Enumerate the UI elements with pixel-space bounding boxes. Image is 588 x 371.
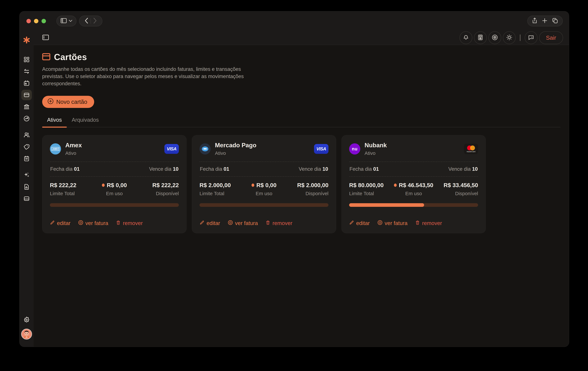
edit-card-link[interactable]: editar [349, 220, 370, 226]
remove-card-link[interactable]: remover [415, 220, 442, 226]
app-window: Sair Cartões Acompanhe todas os cartões … [20, 11, 569, 347]
logout-button[interactable]: Sair [539, 31, 563, 44]
close-day: Fecha dia 01 [349, 166, 379, 172]
notifications-button[interactable] [460, 31, 472, 44]
remove-card-link[interactable]: remover [265, 220, 292, 226]
chevron-down-icon [69, 20, 72, 22]
user-avatar[interactable] [21, 329, 32, 340]
used-value: R$ 0,00 [102, 182, 127, 188]
limit-progress [200, 203, 328, 207]
available-value: R$ 2.000,00 [297, 182, 328, 188]
card-mercado-pago: Mercado Pago Ativo VISA Fecha dia 01 Ven… [192, 135, 336, 233]
card-name: Nubank [365, 142, 387, 149]
sidebar-item-transactions[interactable] [21, 66, 32, 77]
copy-icon[interactable] [552, 18, 558, 24]
card-avatar [200, 143, 211, 155]
sidebar-item-reports[interactable] [21, 182, 32, 192]
limit-value: R$ 222,22 [50, 182, 76, 188]
privacy-button[interactable] [488, 31, 501, 44]
new-card-label: Novo cartão [56, 99, 87, 105]
pencil-icon [200, 220, 204, 226]
window-actions [527, 16, 563, 26]
trash-icon [265, 220, 270, 226]
nav-divider [91, 18, 91, 24]
tab-ativos[interactable]: Ativos [42, 117, 67, 127]
sidebar-item-dashboard[interactable] [21, 54, 32, 65]
forward-icon[interactable] [93, 18, 97, 24]
sidebar-item-tags[interactable] [21, 142, 32, 152]
remove-card-link[interactable]: remover [116, 220, 143, 226]
calculator-button[interactable] [474, 31, 487, 44]
traffic-lights [26, 19, 46, 23]
calculator-icon [478, 34, 483, 41]
pencil-icon [349, 220, 354, 226]
panel-icon[interactable] [42, 35, 49, 41]
sidebar-item-users[interactable] [21, 130, 32, 140]
tab-arquivados[interactable]: Arquivados [67, 117, 104, 127]
plus-circle-icon [47, 98, 54, 106]
status-badge: Ativo [365, 150, 387, 156]
edit-card-link[interactable]: editar [200, 220, 220, 226]
sidebar-rail [20, 31, 34, 347]
theme-button[interactable] [503, 31, 516, 44]
sidebar-item-cards[interactable] [21, 90, 32, 100]
close-window-button[interactable] [26, 19, 31, 23]
new-card-button[interactable]: Novo cartão [42, 96, 94, 108]
cards-list: AMEX Amex Ativo VISA Fecha dia 01 Vence … [42, 135, 560, 233]
visa-badge: VISA [164, 144, 179, 154]
card-amex: AMEX Amex Ativo VISA Fecha dia 01 Vence … [42, 135, 187, 233]
target-icon [78, 220, 83, 227]
chat-icon [528, 34, 534, 41]
sidebar-item-investments[interactable] [21, 113, 32, 124]
feedback-button[interactable] [525, 31, 537, 44]
sidebar-item-bank[interactable] [21, 102, 32, 112]
page-content: Cartões Acompanhe todas os cartões do mê… [34, 45, 569, 347]
trash-icon [415, 220, 420, 226]
sidebar-item-notes[interactable] [21, 153, 32, 164]
available-value: R$ 33.456,50 [444, 182, 478, 188]
back-icon[interactable] [85, 18, 88, 24]
limit-progress [50, 203, 179, 207]
minimize-window-button[interactable] [34, 19, 38, 23]
card-name: Mercado Pago [215, 142, 256, 149]
card-avatar: nu [349, 143, 360, 155]
used-dot [102, 184, 105, 187]
due-day: Vence dia 10 [448, 166, 478, 172]
history-nav [79, 16, 102, 26]
zoom-window-button[interactable] [42, 19, 46, 23]
titlebar [20, 11, 569, 31]
bell-icon [463, 34, 469, 41]
edit-card-link[interactable]: editar [50, 220, 71, 226]
sidebar-item-calendar[interactable] [21, 78, 32, 88]
app-header: Sair [34, 31, 569, 45]
used-dot [252, 184, 254, 187]
status-badge: Ativo [65, 150, 82, 156]
sidebar-item-subscriptions[interactable] [21, 193, 32, 204]
page-title: Cartões [54, 52, 87, 62]
limit-progress [349, 203, 478, 207]
used-value: R$ 46.543,50 [394, 182, 433, 188]
page-description: Acompanhe todas os cartões do mês seleci… [42, 66, 264, 87]
target-icon [228, 220, 233, 227]
used-dot [394, 184, 397, 187]
due-day: Vence dia 10 [299, 166, 328, 172]
logout-label: Sair [546, 34, 556, 41]
pencil-icon [50, 220, 55, 226]
visa-badge: VISA [314, 144, 328, 154]
eye-icon [492, 34, 498, 41]
sidebar-item-ai[interactable] [21, 170, 32, 180]
sidebar-toggle-button[interactable] [56, 16, 76, 26]
plus-icon[interactable] [542, 18, 547, 24]
tabs: Ativos Arquivados [42, 117, 560, 127]
sun-icon [506, 34, 512, 41]
card-name: Amex [65, 142, 82, 149]
available-value: R$ 222,22 [152, 182, 179, 188]
close-day: Fecha dia 01 [200, 166, 229, 172]
view-invoice-link[interactable]: ver fatura [377, 220, 408, 227]
settings-gear-icon[interactable] [23, 317, 30, 324]
cards-title-icon [42, 53, 50, 61]
view-invoice-link[interactable]: ver fatura [78, 220, 108, 227]
share-icon[interactable] [532, 18, 537, 24]
close-day: Fecha dia 01 [50, 166, 80, 172]
view-invoice-link[interactable]: ver fatura [228, 220, 258, 227]
